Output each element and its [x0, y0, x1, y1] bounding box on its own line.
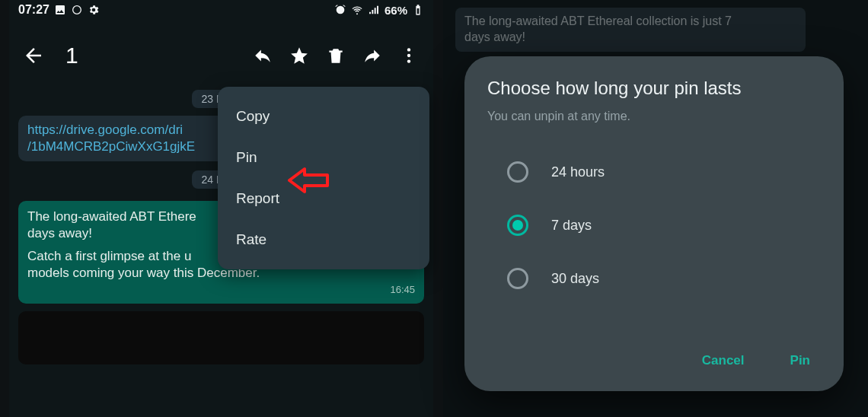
option-label: 24 hours [551, 164, 605, 180]
svg-point-1 [407, 48, 410, 51]
reply-button[interactable] [244, 37, 281, 74]
selection-action-bar: 1 [9, 32, 433, 79]
wifi-icon [351, 4, 363, 16]
delete-button[interactable] [318, 37, 354, 74]
svg-point-2 [407, 54, 410, 57]
star-button[interactable] [281, 37, 318, 74]
radio-icon [507, 161, 528, 183]
cancel-button[interactable]: Cancel [694, 347, 752, 374]
svg-point-3 [407, 59, 410, 62]
annotation-arrow-icon [288, 166, 330, 195]
pin-option-30d[interactable]: 30 days [487, 256, 821, 301]
message-timestamp: 16:45 [27, 284, 415, 297]
menu-item-rate[interactable]: Rate [218, 219, 429, 260]
radio-icon [507, 268, 528, 289]
pin-option-7d[interactable]: 7 days [487, 202, 821, 248]
svg-point-0 [73, 6, 81, 14]
forward-button[interactable] [354, 37, 391, 74]
message-link[interactable]: https://drive.google.com/dri [27, 123, 183, 137]
more-button[interactable] [391, 37, 427, 74]
radio-selected-icon [507, 215, 528, 236]
outline-circle-icon [71, 4, 83, 16]
dialog-subtitle: You can unpin at any time. [487, 110, 821, 123]
status-bar: 07:27 66% [9, 0, 433, 20]
signal-icon [368, 4, 380, 16]
dialog-title: Choose how long your pin lasts [487, 78, 821, 99]
option-label: 30 days [551, 271, 599, 287]
alarm-icon [334, 4, 346, 16]
pin-duration-dialog: Choose how long your pin lasts You can u… [464, 56, 844, 391]
pin-button[interactable]: Pin [783, 347, 818, 374]
media-bubble[interactable] [18, 311, 424, 364]
menu-item-copy[interactable]: Copy [218, 96, 429, 137]
selection-count: 1 [65, 43, 244, 68]
gear-icon [88, 4, 100, 16]
status-time: 07:27 [18, 3, 49, 17]
phone-chat-screen: 07:27 66% 1 [9, 0, 433, 417]
back-button[interactable] [15, 37, 52, 74]
image-icon [54, 4, 66, 16]
pin-option-24h[interactable]: 24 hours [487, 149, 821, 195]
battery-pct: 66% [385, 4, 407, 17]
battery-icon [412, 4, 424, 16]
option-label: 7 days [551, 218, 592, 234]
message-link[interactable]: /1bM4MCRB2pCiwXxG1gjkE [27, 139, 195, 154]
